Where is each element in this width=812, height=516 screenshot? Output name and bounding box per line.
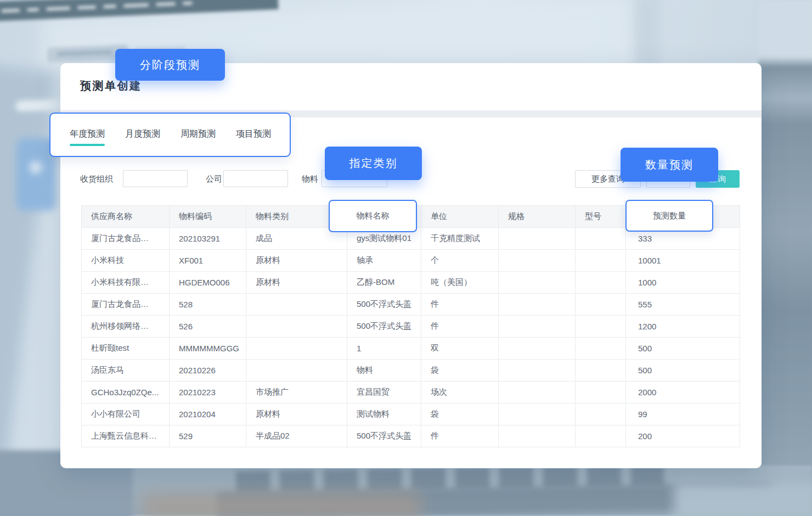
table-cell [499, 316, 576, 338]
table-cell [499, 338, 576, 360]
company-label: 公司 [206, 173, 222, 184]
column-header: 物料编码 [170, 206, 246, 228]
table-cell: 千克精度测试 [421, 228, 499, 250]
receiving-org-input[interactable] [123, 170, 188, 187]
table-row[interactable]: 小米科技有限…HGDEMO006原材料乙醇-BOM吨（美国）1000 [82, 272, 740, 294]
table-cell: 500不浮式头盖 [347, 425, 421, 447]
table-cell: 上海甄云信息科… [82, 425, 170, 447]
table-cell [576, 228, 626, 250]
table-cell: 1200 [626, 316, 740, 338]
table-cell [576, 425, 626, 447]
table-row[interactable]: 厦门古龙食品…528500不浮式头盖件555 [82, 294, 740, 316]
tab-period-forecast[interactable]: 周期预测 [181, 128, 216, 146]
table-cell: 99 [626, 403, 740, 425]
table-cell [576, 338, 626, 360]
table-cell [499, 382, 576, 403]
tab-annual-forecast[interactable]: 年度预测 [70, 128, 105, 146]
table-cell: 20210226 [170, 360, 246, 382]
quantity-forecast-callout: 数量预测 [621, 148, 718, 182]
table-row[interactable]: 杜昕颐testMMMMMMGGG1双500 [82, 338, 740, 360]
tab-project-forecast[interactable]: 项目预测 [236, 128, 271, 146]
table-cell [246, 360, 347, 382]
table-cell: 528 [170, 294, 246, 316]
table-cell: 吨（美国） [421, 272, 499, 294]
table-cell [246, 294, 347, 316]
table-cell: 杭州移领网络… [82, 316, 170, 338]
forecast-table: 供应商名称物料编码物料类别物料名称单位规格型号预测数量 厦门古龙食品…20210… [81, 205, 740, 447]
table-row[interactable]: 杭州移领网络…526500不浮式头盖件1200 [82, 316, 740, 338]
active-tab-underline [70, 144, 105, 146]
column-header: 规格 [499, 206, 576, 228]
forecast-qty-header-label: 预测数量 [653, 211, 686, 221]
material-name-highlight-box: 物料名称 [329, 200, 417, 232]
company-input[interactable] [223, 170, 288, 187]
table-row[interactable]: 汤臣东马20210226物料袋500 [82, 360, 740, 382]
table-cell [246, 316, 347, 338]
table-cell [499, 272, 576, 294]
table-cell [499, 403, 576, 425]
table-cell: 宜昌国贸 [347, 382, 421, 403]
phased-forecast-callout: 分阶段预测 [115, 49, 225, 81]
table-cell: 件 [421, 425, 499, 447]
table-cell [246, 338, 347, 360]
table-cell: 小米科技有限… [82, 272, 170, 294]
receiving-org-label: 收货组织 [80, 173, 113, 184]
column-header: 型号 [576, 206, 626, 228]
table-cell: 件 [421, 316, 499, 338]
tabs-highlight-box: 年度预测 月度预测 周期预测 项目预测 [49, 113, 291, 157]
tab-monthly-forecast[interactable]: 月度预测 [125, 128, 160, 146]
table-row[interactable]: 小米科技XF001原材料轴承个10001 [82, 250, 740, 272]
tab-label: 周期预测 [181, 128, 216, 140]
table-cell: 小小有限公司 [82, 403, 170, 425]
table-cell: 件 [421, 294, 499, 316]
table-cell [576, 403, 626, 425]
table-row[interactable]: 小小有限公司20210204原材料测试物料袋99 [82, 403, 740, 425]
table-cell: XF001 [170, 250, 246, 272]
table-cell: 526 [170, 316, 246, 338]
table-cell: GCHo3Jzq0ZQe... [82, 382, 170, 403]
table-cell: 乙醇-BOM [347, 272, 421, 294]
table-cell: 10001 [626, 250, 740, 272]
table-row[interactable]: GCHo3Jzq0ZQe...20210223市场推广宜昌国贸场次2000 [82, 382, 740, 403]
table-cell: 厦门古龙食品… [82, 294, 170, 316]
table-cell: 2000 [626, 382, 740, 403]
table-cell: 200 [626, 425, 740, 447]
forecast-qty-highlight-box: 预测数量 [625, 200, 713, 232]
table-cell [499, 294, 576, 316]
tab-label: 项目预测 [236, 128, 271, 140]
table-cell [499, 360, 576, 382]
table-cell: 1 [347, 338, 421, 360]
table-cell: 原材料 [246, 272, 347, 294]
specify-category-callout: 指定类别 [325, 147, 422, 180]
table-cell: 原材料 [246, 403, 347, 425]
table-cell: 双 [421, 338, 499, 360]
table-cell: 物料 [347, 360, 421, 382]
table-cell: 小米科技 [82, 250, 170, 272]
table-cell: HGDEMO006 [170, 272, 246, 294]
table-cell: 杜昕颐test [82, 338, 170, 360]
table-cell: MMMMMMGGG [170, 338, 246, 360]
table-cell: 500不浮式头盖 [347, 316, 421, 338]
table-cell [576, 360, 626, 382]
table-cell: 500 [626, 338, 740, 360]
table-cell: 测试物料 [347, 403, 421, 425]
table-cell: 500不浮式头盖 [347, 294, 421, 316]
table-cell [576, 272, 626, 294]
table-cell: 20210204 [170, 403, 246, 425]
table-cell: 袋 [421, 403, 499, 425]
table-row[interactable]: 上海甄云信息科…529半成品02500不浮式头盖件200 [82, 425, 740, 447]
table-cell: 500 [626, 360, 740, 382]
table-cell [499, 228, 576, 250]
table-cell: 市场推广 [246, 382, 347, 403]
column-header: 供应商名称 [82, 206, 170, 228]
table-cell: 555 [626, 294, 740, 316]
table-cell [499, 250, 576, 272]
material-label: 物料 [302, 173, 318, 184]
column-header: 单位 [421, 206, 499, 228]
table-cell [576, 294, 626, 316]
table-cell: 袋 [421, 360, 499, 382]
table-cell: 原材料 [246, 250, 347, 272]
table-cell: 个 [421, 250, 499, 272]
table-cell: 529 [170, 425, 246, 447]
table-cell: 汤臣东马 [82, 360, 170, 382]
